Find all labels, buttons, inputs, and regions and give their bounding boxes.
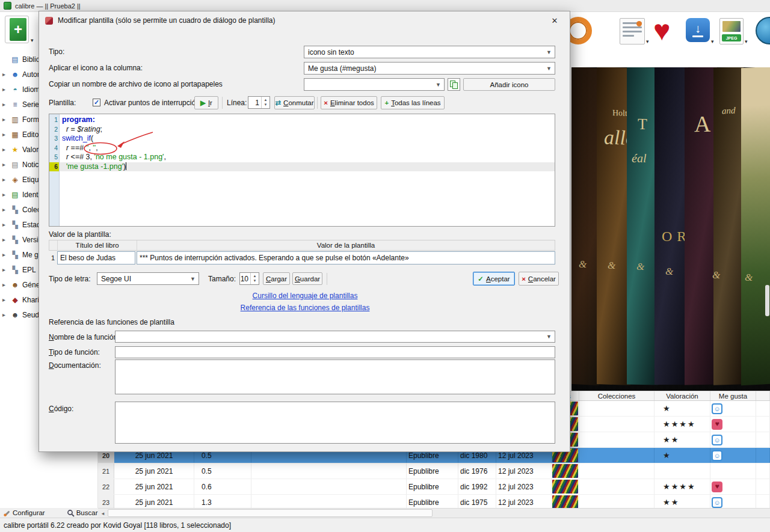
eliminar-todos-button[interactable]: ×Eliminar todos bbox=[321, 96, 377, 109]
col-valor-header[interactable]: Valor de la plantilla bbox=[137, 240, 555, 250]
cover-browser[interactable]: Holt allo T éal OR A and & & & & & & bbox=[571, 67, 770, 391]
col-titulo-header[interactable]: Título del libro bbox=[58, 240, 137, 250]
donate-heart-icon[interactable]: ♥ bbox=[653, 13, 671, 48]
guardar-button[interactable]: Guardar bbox=[292, 272, 322, 285]
todas-las-lineas-button[interactable]: +Todas las líneas bbox=[381, 96, 445, 109]
columna-combobox[interactable]: Me gusta (#megusta)▼ bbox=[304, 62, 555, 75]
editor-code-line[interactable]: switch_if( bbox=[60, 134, 555, 144]
configurar-button[interactable]: Configurar bbox=[0, 509, 45, 517]
editor-line-number[interactable]: 5 bbox=[49, 153, 58, 162]
editor-code-line[interactable]: r <=# 3, 'no me gusta - 1.png', bbox=[60, 153, 555, 162]
spinner-arrows-icon[interactable]: ▲▼ bbox=[261, 97, 270, 108]
buscar-button[interactable]: Buscar bbox=[67, 509, 98, 517]
template-editor[interactable]: 123456 program: r = $rating;switch_if( r… bbox=[49, 114, 555, 227]
editor-code-line[interactable]: program: bbox=[60, 115, 555, 125]
tipo-combobox[interactable]: icono sin texto▼ bbox=[304, 46, 555, 58]
rating-stars[interactable] bbox=[654, 463, 710, 478]
cargar-button[interactable]: Cargar bbox=[263, 272, 290, 285]
results-row[interactable]: 1 El beso de Judas *** Puntos de interru… bbox=[49, 251, 555, 265]
add-books-button[interactable]: + bbox=[5, 16, 29, 43]
row-number[interactable]: 22 bbox=[98, 479, 114, 494]
convert-books-button[interactable]: JPEG bbox=[719, 18, 744, 44]
add-books-dropdown-icon[interactable]: ▾ bbox=[31, 37, 34, 43]
book-spine[interactable] bbox=[571, 67, 599, 385]
book-spine[interactable]: A bbox=[685, 67, 717, 385]
aceptar-button[interactable]: ✓Aceptar bbox=[473, 272, 515, 286]
editor-code-line[interactable]: r ==# '', '', bbox=[60, 144, 555, 153]
fetch-news-button[interactable] bbox=[620, 18, 645, 44]
editor-line-number[interactable]: 4 bbox=[49, 144, 58, 153]
table-row[interactable]: 2225 jun 20210.6Epublibredic 199212 jul … bbox=[98, 479, 770, 495]
news-dropdown-icon[interactable]: ▾ bbox=[646, 38, 649, 44]
breakpoints-checkbox-label[interactable]: Activar puntos de interrupción bbox=[104, 99, 200, 107]
expand-arrow-icon[interactable]: ▸ bbox=[2, 101, 8, 108]
expand-arrow-icon[interactable]: ▸ bbox=[2, 71, 8, 78]
rating-stars[interactable]: ★ bbox=[654, 448, 710, 463]
rating-stars[interactable]: ★★★★ bbox=[654, 479, 710, 494]
copy-to-clipboard-button[interactable] bbox=[448, 78, 460, 91]
cover-browser-scrollbar[interactable] bbox=[765, 285, 769, 316]
scheduler-button[interactable] bbox=[756, 17, 770, 44]
row-number[interactable]: 21 bbox=[98, 463, 114, 478]
expand-arrow-icon[interactable]: ▸ bbox=[2, 206, 8, 213]
column-header[interactable]: Colecciones bbox=[579, 391, 654, 400]
editor-line-number[interactable]: 3 bbox=[49, 134, 58, 144]
close-icon[interactable]: ✕ bbox=[546, 14, 564, 27]
expand-arrow-icon[interactable]: ▸ bbox=[2, 176, 8, 183]
rating-stars[interactable]: ★ bbox=[654, 401, 710, 416]
cancelar-button[interactable]: ×Cancelar bbox=[519, 272, 559, 286]
ir-button[interactable]: ▶Ir bbox=[194, 96, 218, 109]
book-title-cell[interactable]: El beso de Judas bbox=[57, 251, 135, 264]
expand-arrow-icon[interactable]: ▸ bbox=[2, 236, 8, 243]
referencia-link[interactable]: Referencia de las funciones de plantilla… bbox=[241, 304, 370, 312]
expand-arrow-icon[interactable]: ▸ bbox=[2, 131, 8, 138]
table-row[interactable]: 2125 jun 20210.5Epublibredic 197612 jul … bbox=[98, 463, 770, 479]
expand-arrow-icon[interactable]: ▸ bbox=[2, 221, 8, 228]
expand-arrow-icon[interactable]: ▸ bbox=[2, 266, 8, 273]
expand-arrow-icon[interactable]: ▸ bbox=[2, 86, 8, 93]
rating-stars[interactable]: ★★★★ bbox=[654, 417, 710, 432]
function-type-input[interactable] bbox=[115, 346, 555, 358]
column-header[interactable] bbox=[756, 391, 770, 400]
code-textarea[interactable] bbox=[115, 402, 555, 444]
column-header[interactable]: Valoración bbox=[654, 391, 710, 400]
horizontal-scrollbar[interactable]: ◂ bbox=[98, 508, 770, 518]
expand-arrow-icon[interactable]: ▸ bbox=[2, 146, 8, 153]
documentation-textarea[interactable] bbox=[115, 359, 555, 394]
function-name-combobox[interactable]: ▼ bbox=[115, 331, 555, 343]
editor-line-number[interactable]: 6 bbox=[49, 162, 59, 172]
expand-arrow-icon[interactable]: ▸ bbox=[2, 116, 8, 123]
book-spine[interactable] bbox=[741, 67, 770, 385]
expand-arrow-icon[interactable]: ▸ bbox=[2, 311, 8, 318]
editor-line-number[interactable]: 2 bbox=[49, 125, 58, 135]
icon-file-combobox[interactable]: ▼ bbox=[304, 78, 445, 91]
book-spine[interactable]: and bbox=[713, 67, 744, 385]
download-button[interactable]: ↓ bbox=[686, 18, 710, 42]
spinner-arrows-icon[interactable]: ▲▼ bbox=[250, 273, 259, 284]
expand-arrow-icon[interactable]: ▸ bbox=[2, 296, 8, 303]
rating-stars[interactable]: ★★ bbox=[654, 432, 710, 447]
scroll-left-arrow-icon[interactable]: ◂ bbox=[98, 509, 108, 518]
linea-spinner[interactable]: 1 ▲▼ bbox=[248, 96, 270, 109]
book-spine[interactable]: OR bbox=[654, 67, 688, 385]
editor-code-line[interactable]: r = $rating; bbox=[60, 125, 555, 135]
font-size-spinner[interactable]: 10 ▲▼ bbox=[239, 272, 259, 285]
expand-arrow-icon[interactable]: ▸ bbox=[2, 281, 8, 288]
expand-arrow-icon[interactable]: ▸ bbox=[2, 161, 8, 168]
book-spine[interactable]: T éal bbox=[627, 67, 658, 385]
cursillo-link[interactable]: Cursillo del lenguaje de plantillas bbox=[253, 292, 358, 300]
template-value-cell[interactable]: *** Puntos de interrupción activados. Es… bbox=[137, 251, 555, 264]
anadir-icono-button[interactable]: Añadir icono bbox=[463, 78, 555, 91]
breakpoints-checkbox[interactable]: ✓ bbox=[93, 99, 100, 106]
download-dropdown-icon[interactable]: ▾ bbox=[711, 38, 714, 44]
book-spine[interactable]: Holt allo bbox=[597, 67, 630, 385]
convert-dropdown-icon[interactable]: ▾ bbox=[745, 38, 748, 44]
editor-code-line[interactable]: 'me gusta -1.png') bbox=[60, 162, 555, 172]
font-combobox[interactable]: Segoe UI▼ bbox=[97, 272, 199, 285]
conmutar-button[interactable]: ⇄Conmutar bbox=[274, 96, 315, 109]
expand-arrow-icon[interactable]: ▸ bbox=[2, 191, 8, 198]
scrollbar-thumb[interactable] bbox=[108, 509, 433, 517]
editor-line-number[interactable]: 1 bbox=[49, 115, 58, 125]
expand-arrow-icon[interactable]: ▸ bbox=[2, 251, 8, 258]
column-header[interactable]: Me gusta bbox=[710, 391, 756, 400]
